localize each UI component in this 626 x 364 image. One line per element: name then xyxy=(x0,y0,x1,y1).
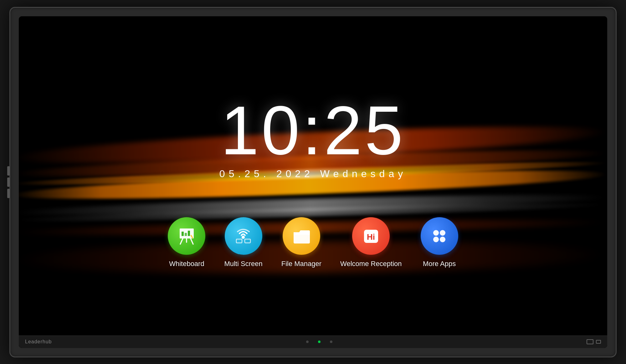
svg-rect-10 xyxy=(245,239,250,243)
side-buttons xyxy=(7,166,10,198)
app-welcome[interactable]: Hi Welcome Reception xyxy=(340,217,402,268)
apps-section: Whiteboard xyxy=(168,217,458,268)
svg-text:Hi: Hi xyxy=(367,232,375,242)
svg-line-2 xyxy=(191,238,193,244)
svg-line-1 xyxy=(180,238,183,244)
filemanager-icon[interactable] xyxy=(283,217,320,255)
svg-rect-9 xyxy=(236,239,242,243)
welcome-icon[interactable]: Hi xyxy=(352,217,390,255)
moreapps-icon[interactable] xyxy=(421,217,458,255)
welcome-label: Welcome Reception xyxy=(340,260,402,268)
filemanager-label: File Manager xyxy=(281,260,321,268)
svg-point-15 xyxy=(433,237,439,242)
app-whiteboard[interactable]: Whiteboard xyxy=(168,217,205,268)
screen-content: 10:25 05.25. 2022 Wednesday xyxy=(19,16,607,348)
side-button-2[interactable] xyxy=(7,177,10,187)
side-button-3[interactable] xyxy=(7,189,10,198)
multiscreen-label: Multi Screen xyxy=(224,260,262,268)
app-moreapps[interactable]: More Apps xyxy=(421,217,458,268)
screen: 10:25 05.25. 2022 Wednesday xyxy=(19,16,607,348)
monitor: 10:25 05.25. 2022 Wednesday xyxy=(9,7,617,357)
svg-rect-5 xyxy=(185,233,187,236)
svg-point-8 xyxy=(242,236,245,239)
moreapps-label: More Apps xyxy=(423,260,456,268)
svg-point-14 xyxy=(440,230,445,236)
clock-date: 05.25. 2022 Wednesday xyxy=(219,168,407,180)
side-button-1[interactable] xyxy=(7,166,10,176)
app-multiscreen[interactable]: Multi Screen xyxy=(224,217,262,268)
clock-time: 10:25 xyxy=(221,96,406,165)
whiteboard-icon[interactable] xyxy=(168,217,205,255)
clock-section: 10:25 05.25. 2022 Wednesday xyxy=(219,96,407,180)
svg-point-13 xyxy=(433,230,439,236)
multiscreen-icon[interactable] xyxy=(225,217,262,255)
svg-point-16 xyxy=(440,237,445,242)
app-filemanager[interactable]: File Manager xyxy=(281,217,321,268)
svg-rect-4 xyxy=(182,232,184,236)
whiteboard-label: Whiteboard xyxy=(169,260,204,268)
svg-rect-6 xyxy=(188,231,190,236)
